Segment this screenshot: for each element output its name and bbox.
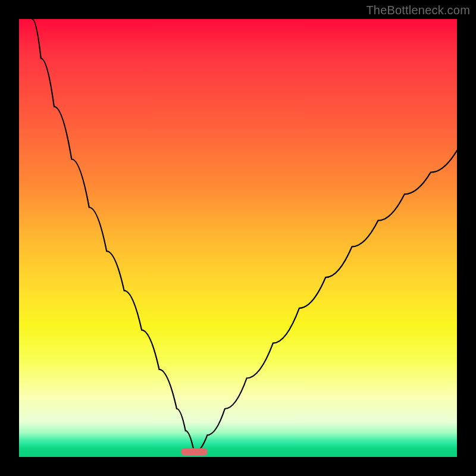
curve-svg bbox=[19, 19, 457, 457]
watermark-text: TheBottleneck.com bbox=[366, 4, 470, 17]
curve-right-branch bbox=[194, 151, 457, 453]
curve-left-branch bbox=[32, 19, 194, 453]
bottleneck-curve bbox=[32, 19, 457, 453]
chart-frame: TheBottleneck.com bbox=[0, 0, 476, 476]
plot-area bbox=[19, 19, 457, 457]
optimum-marker bbox=[181, 448, 207, 455]
